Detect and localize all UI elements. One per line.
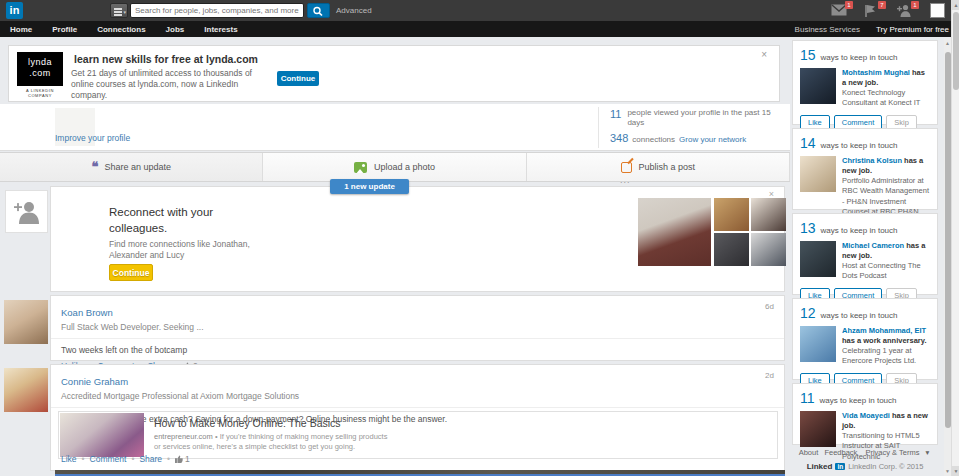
views-count[interactable]: 11 bbox=[610, 108, 621, 120]
card-count[interactable]: 12 bbox=[800, 305, 816, 321]
advanced-search-link[interactable]: Advanced bbox=[336, 6, 372, 15]
sidebar-scrollbar[interactable]: ▲ ▼ bbox=[944, 38, 951, 476]
search-input[interactable] bbox=[130, 3, 304, 18]
improve-profile-link[interactable]: Improve your profile bbox=[55, 133, 130, 143]
scroll-down-icon[interactable]: ▼ bbox=[952, 466, 959, 476]
post-author-avatar[interactable] bbox=[4, 300, 48, 344]
post-header: Connie Graham Accredited Mortgage Profes… bbox=[51, 365, 784, 405]
comment-link[interactable]: Comment bbox=[90, 454, 127, 464]
nav-left: Home Profile Connections Jobs Interests bbox=[10, 25, 238, 34]
post-author-name[interactable]: Koan Brown bbox=[61, 307, 113, 318]
like-count-value: 1 bbox=[185, 454, 190, 464]
search-icon bbox=[308, 5, 329, 18]
connection-name[interactable]: Mohtashim Mughal bbox=[842, 68, 910, 77]
post-author-name[interactable]: Connie Graham bbox=[61, 376, 128, 387]
share-bar: ❝ Share an update Upload a photo Publish… bbox=[0, 152, 790, 182]
suggested-photo[interactable] bbox=[638, 198, 711, 266]
search-category-menu[interactable]: ▾ bbox=[110, 3, 128, 18]
suggested-photo[interactable] bbox=[714, 233, 749, 266]
reconnect-continue-button[interactable]: Continue bbox=[109, 264, 153, 281]
post-author-avatar[interactable] bbox=[4, 368, 48, 412]
profile-views-stat: 11 people viewed your profile in the pas… bbox=[610, 108, 780, 129]
lynda-close-icon[interactable]: × bbox=[761, 49, 767, 60]
post-timestamp: 2d bbox=[765, 371, 774, 380]
connection-avatar[interactable] bbox=[800, 156, 836, 192]
card-count[interactable]: 13 bbox=[800, 220, 816, 236]
card-label: ways to keep in touch bbox=[820, 396, 897, 405]
lynda-title: learn new skills for free at lynda.com bbox=[71, 53, 261, 65]
messages-icon[interactable]: 1 bbox=[831, 4, 847, 18]
article-title[interactable]: How to Make Money Online: The Basics bbox=[154, 417, 341, 429]
footer-linkedin-wordmark: Linked bbox=[807, 462, 833, 471]
nav-item-interests[interactable]: Interests bbox=[204, 25, 237, 34]
suggested-connections-collage bbox=[638, 198, 786, 266]
like-count[interactable]: 1 bbox=[175, 454, 190, 464]
footer-privacy-link[interactable]: Privacy & Terms ▾ bbox=[863, 448, 931, 457]
article-source: entrepreneur.com bbox=[154, 432, 213, 441]
card-count[interactable]: 11 bbox=[800, 390, 815, 406]
linkedin-logo[interactable]: in bbox=[6, 2, 23, 19]
card-count[interactable]: 14 bbox=[800, 135, 816, 151]
share-link[interactable]: Share bbox=[139, 454, 162, 464]
add-connection-avatar[interactable] bbox=[5, 190, 48, 233]
feed-post: Connie Graham Accredited Mortgage Profes… bbox=[50, 364, 785, 471]
scrollbar-thumb[interactable] bbox=[945, 52, 951, 428]
connection-avatar[interactable] bbox=[800, 411, 836, 447]
card-count[interactable]: 15 bbox=[800, 47, 816, 63]
top-bar: in ▾ Advanced 1 7 1 bbox=[0, 0, 959, 21]
scroll-up-icon[interactable]: ▲ bbox=[944, 40, 951, 46]
page-footer: About Feedback Privacy & Terms ▾ Linkedi… bbox=[792, 448, 938, 471]
nav-item-jobs[interactable]: Jobs bbox=[166, 25, 185, 34]
add-connections-icon[interactable]: 1 bbox=[897, 4, 913, 18]
suggested-photo[interactable] bbox=[751, 233, 786, 266]
connection-avatar[interactable] bbox=[800, 68, 836, 104]
footer-feedback-link[interactable]: Feedback bbox=[824, 448, 857, 457]
post-author-headline: Full Stack Web Developer. Seeking ... bbox=[61, 322, 774, 332]
nav-item-home[interactable]: Home bbox=[10, 25, 32, 34]
connection-name[interactable]: Michael Cameron bbox=[842, 241, 904, 250]
publish-post-button[interactable]: Publish a post bbox=[527, 153, 790, 181]
lynda-body: Get 21 days of unlimited access to thous… bbox=[71, 68, 261, 101]
notifications-flag-icon[interactable]: 7 bbox=[864, 4, 880, 18]
grow-network-link[interactable]: Grow your network bbox=[679, 135, 746, 144]
connection-name[interactable]: Christina Kolsun bbox=[842, 156, 902, 165]
card-label: ways to keep in touch bbox=[821, 141, 898, 150]
share-update-button[interactable]: ❝ Share an update bbox=[0, 153, 263, 181]
window-scrollbar[interactable]: ▲ ▼ bbox=[951, 0, 959, 476]
thumbs-up-icon bbox=[175, 455, 183, 463]
like-link[interactable]: Like bbox=[61, 454, 77, 464]
connection-avatar[interactable] bbox=[800, 241, 836, 277]
suggested-photo[interactable] bbox=[751, 198, 786, 231]
footer-about-link[interactable]: About bbox=[799, 448, 819, 457]
lynda-continue-button[interactable]: Continue bbox=[277, 71, 319, 86]
scroll-up-icon[interactable]: ▲ bbox=[952, 0, 959, 10]
profile-summary-card: Improve your profile 11 people viewed yo… bbox=[0, 104, 790, 151]
post-text: Two weeks left on the of botcamp bbox=[51, 339, 784, 355]
connection-event: has a work anniversary. bbox=[842, 336, 927, 345]
keep-in-touch-card: 12 ways to keep in touch Ahzam Mohammad,… bbox=[792, 298, 938, 380]
footer-linkedin-in-logo: in bbox=[835, 463, 845, 470]
nav-item-business-services[interactable]: Business Services bbox=[795, 25, 860, 34]
search-button[interactable] bbox=[307, 3, 330, 18]
suggested-photo[interactable] bbox=[714, 198, 749, 231]
feed-menu-ellipsis[interactable]: ... bbox=[620, 175, 631, 185]
reconnect-title: Reconnect with your colleagues. bbox=[109, 205, 269, 236]
connections-count[interactable]: 348 bbox=[610, 132, 628, 144]
profile-avatar-menu[interactable] bbox=[930, 3, 945, 18]
connection-detail: Konect Technology Consultant at Konect I… bbox=[842, 88, 930, 108]
upload-photo-button[interactable]: Upload a photo bbox=[263, 153, 526, 181]
card-label: ways to keep in touch bbox=[821, 226, 898, 235]
publish-post-label: Publish a post bbox=[639, 162, 696, 172]
connection-name[interactable]: Ahzam Mohammad, EIT bbox=[842, 326, 926, 335]
connection-name[interactable]: Vida Moayedi bbox=[842, 411, 890, 420]
nav-item-try-premium[interactable]: Try Premium for free bbox=[876, 25, 949, 34]
nav-item-profile[interactable]: Profile bbox=[52, 25, 77, 34]
scrollbar-thumb[interactable] bbox=[953, 12, 959, 90]
chevron-down-icon: ▾ bbox=[123, 9, 126, 15]
scroll-down-icon[interactable]: ▼ bbox=[944, 468, 951, 474]
person-plus-icon bbox=[14, 199, 40, 225]
nav-item-connections[interactable]: Connections bbox=[97, 25, 145, 34]
connection-avatar[interactable] bbox=[800, 326, 836, 362]
new-update-badge[interactable]: 1 new update bbox=[330, 179, 409, 194]
upload-photo-label: Upload a photo bbox=[374, 162, 435, 172]
